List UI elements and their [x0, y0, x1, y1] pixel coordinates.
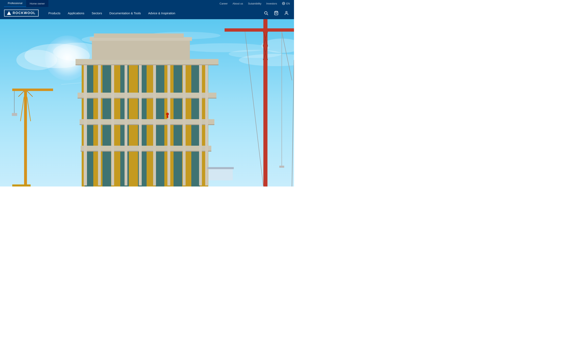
about-us-link[interactable]: About us — [232, 2, 243, 5]
svg-rect-41 — [76, 65, 218, 65]
svg-rect-62 — [167, 116, 168, 118]
svg-rect-23 — [12, 113, 17, 116]
nav-applications[interactable]: Applications — [64, 7, 88, 19]
svg-rect-56 — [153, 65, 156, 185]
search-button[interactable] — [263, 10, 270, 17]
svg-rect-57 — [167, 65, 170, 185]
logo-text: ROCKWOOL — [13, 11, 36, 15]
hero-building — [0, 19, 294, 187]
svg-rect-76 — [12, 184, 31, 187]
career-link[interactable]: Career — [219, 2, 228, 5]
logo-triangle — [7, 11, 11, 15]
user-icon — [284, 11, 289, 15]
svg-rect-50 — [94, 33, 184, 38]
svg-rect-68 — [279, 166, 284, 168]
nav-links: Products Applications Sectors Documentat… — [45, 7, 263, 19]
svg-line-24 — [18, 91, 24, 97]
svg-rect-20 — [24, 89, 27, 187]
svg-rect-21 — [12, 89, 53, 91]
svg-point-61 — [166, 113, 169, 116]
cart-icon — [274, 11, 278, 15]
nav-advice[interactable]: Advice & Inspiration — [145, 7, 179, 19]
tab-homeowner[interactable]: Home owner — [26, 0, 49, 7]
svg-line-73 — [292, 60, 294, 187]
svg-line-65 — [245, 32, 263, 187]
svg-rect-55 — [139, 65, 142, 185]
svg-line-75 — [27, 97, 31, 121]
nav-actions — [263, 10, 290, 17]
hero-section — [0, 19, 294, 187]
investors-link[interactable]: Investors — [266, 2, 277, 5]
globe-icon — [282, 2, 285, 5]
top-bar-tabs: Professional Home owner — [4, 0, 48, 7]
svg-rect-48 — [92, 39, 190, 60]
svg-line-25 — [27, 91, 33, 97]
svg-rect-78 — [207, 167, 234, 169]
cart-button[interactable] — [273, 10, 280, 17]
language-label: EN — [286, 2, 290, 5]
main-navigation: ROCKWOOL Products Applications Sectors D… — [0, 7, 294, 19]
svg-rect-58 — [183, 65, 185, 185]
svg-rect-52 — [98, 65, 101, 185]
language-selector[interactable]: EN — [282, 2, 290, 5]
svg-rect-64 — [225, 28, 294, 32]
nav-sectors[interactable]: Sectors — [88, 7, 106, 19]
svg-line-74 — [20, 97, 24, 121]
svg-rect-51 — [84, 65, 87, 185]
svg-line-4 — [267, 14, 268, 15]
sustainability-link[interactable]: Sutainibility — [248, 2, 261, 5]
svg-rect-59 — [199, 65, 202, 185]
search-icon — [264, 11, 268, 15]
logo-wrapper[interactable]: ROCKWOOL — [4, 10, 39, 17]
logo[interactable]: ROCKWOOL — [4, 10, 39, 17]
svg-line-66 — [282, 32, 292, 80]
top-bar-links: Career About us Sutainibility Investors … — [219, 2, 290, 5]
svg-rect-77 — [208, 168, 233, 180]
nav-documentation[interactable]: Documentation & Tools — [106, 7, 145, 19]
svg-point-6 — [286, 11, 287, 13]
svg-rect-54 — [125, 65, 127, 185]
user-button[interactable] — [283, 10, 290, 17]
nav-products[interactable]: Products — [45, 7, 64, 19]
top-bar: Professional Home owner Career About us … — [0, 0, 294, 7]
svg-rect-53 — [111, 65, 114, 185]
tab-professional[interactable]: Professional — [4, 0, 26, 7]
